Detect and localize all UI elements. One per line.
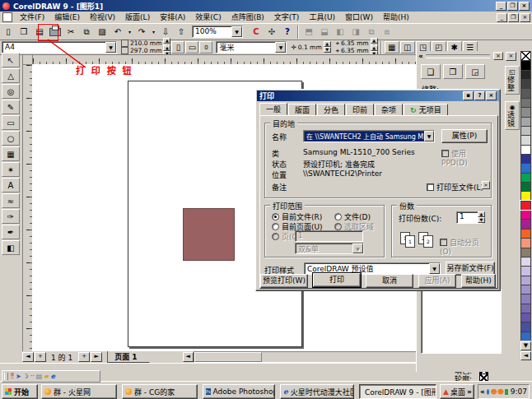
printer-properties-button[interactable]: 属性(P) (441, 129, 488, 143)
color-swatch[interactable] (520, 182, 531, 191)
color-swatch[interactable] (520, 238, 531, 247)
propbar-snap-to-guidelines-icon[interactable]: ◫ (400, 41, 415, 53)
zoom-level-combo[interactable]: 100% ▼ (192, 26, 243, 38)
tray-collapse-icon[interactable]: « (480, 387, 485, 396)
color-swatch[interactable] (520, 173, 531, 182)
tray-qq-icon[interactable]: ☻ (497, 388, 504, 396)
palette-expand-icon[interactable]: ◄ (520, 351, 531, 360)
taskbar-button-browser[interactable]: e 火星时代动漫大社区... (280, 384, 354, 399)
eyedropper-tool[interactable]: ✑ (2, 209, 20, 224)
color-swatch[interactable] (520, 98, 531, 107)
rectangle-tool[interactable]: ▭ (2, 115, 20, 130)
docker-tab-lens[interactable]: ◉ 透镜 (505, 101, 520, 130)
dialog-pin-button[interactable]: ▪ (463, 91, 474, 100)
checkbox-icon[interactable] (427, 183, 434, 191)
print-preview-button[interactable]: 预览打印(W) (260, 274, 308, 288)
color-swatch[interactable] (520, 257, 531, 266)
docker-weld-button[interactable]: ❑ (421, 64, 441, 79)
spin-up-icon[interactable]: ▲ (371, 38, 378, 44)
menu-bitmaps[interactable]: 点阵图(B) (226, 12, 269, 23)
radio-icon[interactable] (272, 233, 279, 240)
radio-icon[interactable] (272, 223, 279, 230)
freehand-tool[interactable]: ✎ (2, 100, 20, 114)
docker-trim-button[interactable]: ❒ (443, 64, 463, 79)
color-swatch[interactable] (520, 126, 531, 135)
tab-separations[interactable]: 分色 (317, 104, 345, 116)
tab-prepress[interactable]: 印前 (346, 104, 374, 116)
menu-view[interactable]: 检视(V) (85, 12, 120, 23)
toolbar-import-icon[interactable]: ⇩ (158, 25, 173, 39)
toolbar-undo-icon[interactable]: ↶ (110, 25, 125, 39)
palette-scroll-down-icon[interactable]: ▼ (520, 341, 531, 350)
spin-up-icon[interactable]: ▲ (324, 41, 331, 47)
last-page-button[interactable]: ► (91, 352, 102, 362)
tab-issues[interactable]: ↻ 无项目 (404, 104, 448, 116)
drawn-rectangle[interactable] (183, 208, 235, 261)
docker-intersect-button[interactable]: ◲ (465, 64, 485, 79)
toolbar-open-icon[interactable]: ❒ (16, 25, 31, 39)
taskbar-button-coreldraw[interactable]: CorelDRAW 9 - [图形1] (359, 384, 436, 399)
quicklaunch-quotes-icon[interactable]: ·· (30, 373, 35, 380)
menu-edit[interactable]: 编辑(E) (49, 12, 85, 23)
printer-name-combo[interactable]: 在 \\SWANTECH2 上自动 Samsung ML-15 ▼ (303, 130, 435, 142)
drag-grip[interactable] (4, 373, 8, 380)
spin-up-icon[interactable]: ▲ (163, 38, 170, 44)
menu-text[interactable]: 文字(T) (269, 12, 305, 23)
print-dialog-titlebar[interactable]: 打印 ▪ ? × (257, 90, 499, 101)
color-swatch[interactable] (520, 304, 531, 313)
docker-close-icon[interactable]: × (493, 52, 503, 60)
toolbar-corel-community-icon[interactable]: ✣ (264, 25, 279, 39)
propbar-snap-to-grid-icon[interactable]: ▦ (385, 41, 399, 53)
color-swatch[interactable] (520, 107, 531, 116)
color-swatch[interactable] (520, 229, 531, 238)
chevron-down-icon[interactable]: ▼ (231, 26, 242, 37)
polygon-tool[interactable]: ✶ (2, 162, 20, 177)
spin-down-icon[interactable]: ▼ (324, 47, 331, 53)
landscape-button[interactable]: ▭ (185, 41, 198, 53)
pick-tool[interactable]: ↖ (2, 53, 20, 67)
toolbar-whats-this-help-icon[interactable]: ? (280, 25, 295, 39)
color-swatch[interactable] (520, 145, 531, 154)
cancel-button[interactable]: 取消 (366, 274, 413, 288)
toolbar-export-icon[interactable]: ⇧ (174, 25, 189, 39)
quicklaunch-ie-icon[interactable]: e (51, 373, 55, 380)
drawing-scale-button[interactable]: 0 (199, 41, 212, 53)
outline-tool[interactable]: ✒ (2, 225, 20, 239)
color-swatch[interactable] (520, 79, 531, 88)
color-swatch[interactable] (520, 60, 531, 69)
tab-layout[interactable]: 版面 (288, 104, 316, 116)
graph-paper-tool[interactable]: ▦ (2, 146, 20, 161)
color-swatch[interactable] (520, 191, 531, 200)
docker-tab-shaping[interactable]: ◱ 修整 (505, 66, 520, 95)
radio-icon[interactable] (272, 213, 279, 220)
color-swatch[interactable] (520, 332, 531, 341)
print-to-file-more-button[interactable]: » (482, 181, 490, 189)
tray-messenger-icon[interactable] (487, 389, 490, 395)
toolbar-redo-icon[interactable]: ↷ (134, 25, 149, 39)
color-swatch[interactable] (520, 163, 531, 172)
nudge-value[interactable]: 0.1 mm (298, 44, 322, 51)
ellipse-tool[interactable]: ○ (2, 131, 20, 146)
pages-input[interactable]: 1 (295, 230, 363, 242)
quicklaunch-keyboard-icon[interactable]: ▤ (36, 373, 43, 380)
copies-spinner[interactable]: ▲▼ (478, 211, 485, 222)
toolbar-new-icon[interactable]: ▯ (1, 25, 16, 39)
doc-minimize-button[interactable]: _ (497, 13, 507, 22)
quicklaunch-dart-icon[interactable]: ➤ (16, 373, 21, 380)
portrait-button[interactable]: ▯ (171, 41, 184, 53)
color-swatch[interactable] (520, 219, 531, 228)
hscroll-left-icon[interactable]: ◄ (183, 352, 194, 362)
color-swatch[interactable] (520, 117, 531, 126)
zoom-tool[interactable]: ◎ (2, 84, 20, 99)
toolbar-app-launcher-icon[interactable]: C (249, 25, 264, 39)
color-swatch[interactable] (520, 210, 531, 219)
menu-effects[interactable]: 效果(C) (190, 12, 226, 23)
spin-up-icon[interactable]: ▲ (163, 45, 170, 51)
color-swatch-selected[interactable] (520, 201, 531, 210)
minimize-button[interactable]: _ (496, 2, 506, 11)
chevron-down-icon[interactable]: ▼ (352, 244, 363, 253)
tray-clock[interactable]: 9:07 (511, 387, 527, 396)
interactive-blend-tool[interactable]: ≈ (2, 193, 20, 208)
add-page-before-button[interactable]: + (35, 352, 46, 362)
spin-up-icon[interactable]: ▲ (371, 45, 378, 51)
